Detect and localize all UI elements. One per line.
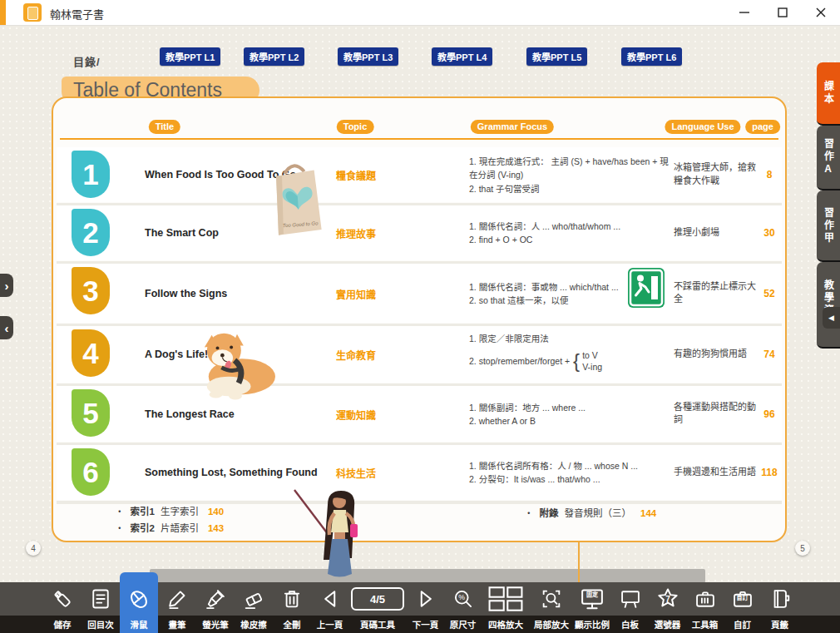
toc-row-2[interactable]: 2 The Smart Cop 推理故事 1. 關係代名詞：人 ... who/… xyxy=(57,205,782,260)
tab-teaching-resources[interactable]: 教學資源 xyxy=(817,262,840,349)
page-corner-left[interactable]: 4 xyxy=(26,541,41,556)
lesson-number-badge: 3 xyxy=(72,267,110,314)
toolbox-icon xyxy=(694,582,717,616)
lesson-page: 52 xyxy=(755,288,783,299)
column-header-title: Title xyxy=(149,120,180,134)
header-divider xyxy=(60,138,778,140)
custom-briefcase-icon: 自訂 xyxy=(731,582,754,616)
eraser-icon xyxy=(242,582,265,616)
page-divider-line xyxy=(578,541,580,582)
index-footnotes: ・ 索引1 生字索引 140 ・ 索引2 片語索引 143 xyxy=(115,504,224,537)
toolbar-item-next-page[interactable]: 下一頁 xyxy=(407,582,444,633)
close-button[interactable] xyxy=(802,0,840,25)
lesson-topic: 科技生活 xyxy=(336,466,376,480)
lesson-grammar: 1. 關係副詞：地方 ... where ...2. whether A or … xyxy=(469,400,675,428)
window-title: 翰林電子書 xyxy=(50,6,104,22)
toolbar-item-toolbox[interactable]: 工具箱 xyxy=(686,582,724,633)
page-corner-right[interactable]: 5 xyxy=(795,541,810,556)
star-number-icon: 7 xyxy=(655,582,680,616)
ppt-button-l5[interactable]: 教學PPT L5 xyxy=(526,47,587,66)
lesson-grammar: 1. 限定／非限定用法 2. stop/remember/forget + { … xyxy=(469,332,675,376)
lesson-grammar: 1. 現在完成進行式： 主詞 (S) + have/has been + 現在分… xyxy=(469,155,675,195)
toc-frame: Title Topic Grammar Focus Language Use p… xyxy=(52,96,787,542)
toolbar-item-delete-all[interactable]: 全刪 xyxy=(273,582,311,633)
app-icon xyxy=(23,3,42,22)
toolbar-item-region-zoom[interactable]: 局部放大 xyxy=(530,582,573,633)
svg-text:%: % xyxy=(458,593,465,601)
page-canvas: 教學PPT L1 教學PPT L2 教學PPT L3 教學PPT L4 教學PP… xyxy=(0,25,840,582)
lesson-page: 74 xyxy=(755,349,783,360)
mouse-icon xyxy=(126,572,151,616)
lesson-topic: 糧食議題 xyxy=(336,168,376,182)
toc-row-4[interactable]: 4 A Dog's Life! 生命教育 1. 限定／非限定用法 2. stop… xyxy=(57,326,782,383)
whiteboard-icon xyxy=(619,582,642,616)
lesson-number-badge: 2 xyxy=(72,209,110,256)
toc-row-5[interactable]: 5 The Longest Race 運動知識 1. 關係副詞：地方 ... w… xyxy=(57,386,782,442)
tab-workbook-jia[interactable]: 習作甲 xyxy=(817,190,840,262)
region-zoom-icon xyxy=(540,582,563,616)
toolbar-item-page-number-tool[interactable]: 4/5 頁碼工具 xyxy=(348,582,407,633)
lesson-page: 96 xyxy=(755,408,783,420)
toolbar-item-page-tabs[interactable]: 頁籤 xyxy=(761,582,798,633)
left-panel-collapse-button[interactable]: ‹ xyxy=(0,316,13,339)
page-scroll-bar[interactable] xyxy=(150,569,705,583)
column-header-topic: Topic xyxy=(337,120,374,134)
lesson-number-badge: 1 xyxy=(72,151,110,198)
toolbar-item-eraser[interactable]: 橡皮擦 xyxy=(235,582,273,633)
minimize-button[interactable] xyxy=(725,0,763,25)
toolbar-item-pen[interactable]: 畫筆 xyxy=(158,582,196,633)
save-icon xyxy=(51,582,74,616)
sidebar-collapse-button[interactable]: ◀ xyxy=(823,307,840,329)
toc-row-3[interactable]: 3 Follow the Signs 實用知識 1. 關係代名詞：事或物 ...… xyxy=(57,264,782,323)
bottom-toolbar: 儲存 回目次 滑鼠 xyxy=(0,582,840,633)
index-line-2: ・ 索引2 片語索引 143 xyxy=(115,521,224,537)
toolbar-item-prev-page[interactable]: 上一頁 xyxy=(311,582,348,633)
lesson-title: Follow the Signs xyxy=(145,288,227,299)
lesson-language-use: 推理小劇場 xyxy=(674,226,758,240)
column-header-page: page xyxy=(745,120,780,134)
ppt-button-l2[interactable]: 教學PPT L2 xyxy=(244,47,304,66)
lesson-number-badge: 5 xyxy=(72,389,110,437)
toolbar-item-custom[interactable]: 自訂 自訂 xyxy=(724,582,761,633)
four-grid-icon xyxy=(487,582,524,616)
ppt-button-l1[interactable]: 教學PPT L1 xyxy=(160,47,220,66)
window-controls xyxy=(725,0,840,25)
lesson-title: The Smart Cop xyxy=(145,227,219,239)
maximize-button[interactable] xyxy=(763,0,802,25)
fixed-label: 固定 xyxy=(586,590,598,598)
left-panel-expand-button[interactable]: › xyxy=(0,274,13,297)
toolbar-item-save[interactable]: 儲存 xyxy=(43,582,82,633)
toolbar-item-mouse[interactable]: 滑鼠 xyxy=(120,572,158,633)
tab-workbook-a[interactable]: 習作A xyxy=(817,126,840,190)
page-indicator[interactable]: 4/5 xyxy=(351,587,404,611)
ppt-button-l4[interactable]: 教學PPT L4 xyxy=(432,47,492,66)
toolbar-item-number-picker[interactable]: 7 選號器 xyxy=(649,582,686,633)
lesson-topic: 運動知識 xyxy=(336,407,376,421)
lesson-topic: 實用知識 xyxy=(336,286,376,300)
lesson-title: Something Lost, Something Found xyxy=(145,467,318,478)
custom-label: 自訂 xyxy=(737,593,749,601)
display-scale-icon: 固定 xyxy=(580,582,605,616)
toc-row-6[interactable]: 6 Something Lost, Something Found 科技生活 1… xyxy=(57,445,782,500)
zoom-percent-icon: % xyxy=(452,582,475,616)
ebook-app-window: 翰林電子書 教學PPT L1 教學PPT L2 教學PPT L3 教學PPT L… xyxy=(0,0,840,633)
ppt-button-l6[interactable]: 教學PPT L6 xyxy=(621,47,682,66)
toolbar-item-highlighter[interactable]: 螢光筆 xyxy=(196,582,235,633)
toolbar-item-back-to-toc[interactable]: 回目次 xyxy=(82,582,120,633)
lesson-topic: 推理故事 xyxy=(336,226,376,240)
toolbar-item-whiteboard[interactable]: 白板 xyxy=(611,582,649,633)
lesson-page: 118 xyxy=(755,467,783,478)
tab-textbook[interactable]: 課本 xyxy=(817,62,840,126)
appendix-footnote: ・ 附錄 發音規則（三） 144 xyxy=(524,506,656,522)
ppt-button-l3[interactable]: 教學PPT L3 xyxy=(338,47,398,66)
toolbar-item-original-size[interactable]: % 原尺寸 xyxy=(444,582,482,633)
toc-row-1[interactable]: 1 When Food Is Too Good To Go 糧食議題 1. 現在… xyxy=(57,147,782,202)
lesson-language-use: 有趣的狗狗慣用語 xyxy=(674,348,758,361)
lesson-page: 30 xyxy=(755,227,783,239)
brace-glyph: { xyxy=(573,346,580,377)
toolbar-item-display-scale[interactable]: 固定 顯示比例 xyxy=(573,582,611,633)
trash-icon xyxy=(280,582,304,616)
toolbar-item-four-grid-zoom[interactable]: 四格放大 xyxy=(482,582,530,633)
lesson-language-use: 不踩雷的禁止標示大全 xyxy=(674,280,758,307)
triangle-left-icon xyxy=(319,582,342,616)
